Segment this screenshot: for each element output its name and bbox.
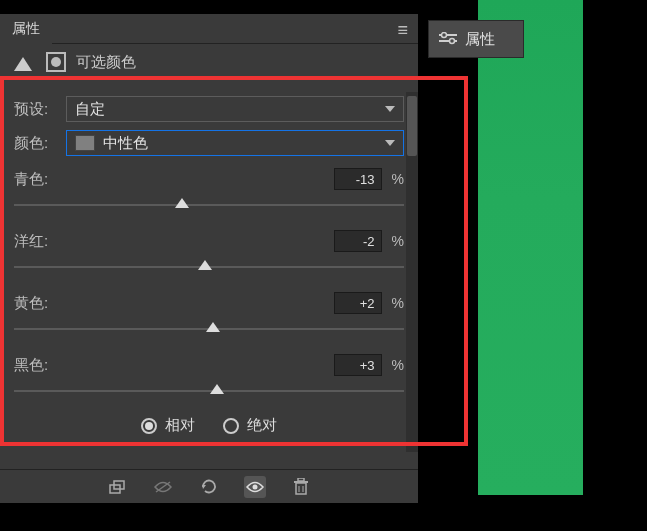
trash-icon[interactable] [290, 476, 312, 498]
slider-value-input[interactable] [334, 230, 382, 252]
view-previous-icon[interactable] [152, 476, 174, 498]
slider-unit: % [392, 357, 404, 373]
mode-radio-group: 相对 绝对 [14, 416, 404, 435]
slider-label: 黄色: [14, 294, 334, 313]
svg-point-8 [253, 484, 258, 489]
slider-0: 青色:% [14, 168, 404, 212]
mask-icon[interactable] [46, 52, 66, 72]
reset-icon[interactable] [198, 476, 220, 498]
svg-point-3 [450, 39, 455, 44]
svg-point-2 [442, 33, 447, 38]
slider-track[interactable] [14, 260, 404, 274]
svg-marker-7 [202, 485, 206, 489]
slider-value-input[interactable] [334, 292, 382, 314]
canvas-preview [478, 0, 647, 495]
radio-absolute[interactable]: 绝对 [223, 416, 277, 435]
colors-select[interactable]: 中性色 [66, 130, 404, 156]
chevron-down-icon [385, 106, 395, 112]
floating-tab-label: 属性 [465, 30, 495, 49]
svg-rect-11 [298, 478, 304, 481]
clip-to-layer-icon[interactable] [106, 476, 128, 498]
preset-label: 预设: [14, 100, 66, 119]
slider-thumb[interactable] [175, 198, 189, 208]
panel-footer [0, 469, 418, 503]
panel-body: 预设: 自定 颜色: 中性色 青色:%洋红:%黄色:%黑色:% 相对 绝对 [0, 80, 418, 435]
floating-tab-properties[interactable]: 属性 [428, 20, 524, 58]
panel-scrollbar[interactable] [406, 92, 418, 452]
slider-unit: % [392, 233, 404, 249]
colors-label: 颜色: [14, 134, 66, 153]
slider-2: 黄色:% [14, 292, 404, 336]
colors-value: 中性色 [103, 134, 148, 153]
colors-row: 颜色: 中性色 [14, 130, 404, 156]
selective-color-icon [14, 53, 36, 71]
slider-1: 洋红:% [14, 230, 404, 274]
chevron-down-icon [385, 140, 395, 146]
toggle-visibility-icon[interactable] [244, 476, 266, 498]
radio-relative-label: 相对 [165, 416, 195, 435]
slider-track[interactable] [14, 198, 404, 212]
slider-3: 黑色:% [14, 354, 404, 398]
properties-panel: 属性 ≡ 可选颜色 预设: 自定 颜色: 中性色 青色:%洋红:%黄色:%黑色:… [0, 14, 418, 503]
slider-thumb[interactable] [198, 260, 212, 270]
color-swatch [75, 135, 95, 151]
scroll-thumb[interactable] [407, 96, 417, 156]
slider-label: 洋红: [14, 232, 334, 251]
slider-thumb[interactable] [206, 322, 220, 332]
slider-value-input[interactable] [334, 354, 382, 376]
radio-relative[interactable]: 相对 [141, 416, 195, 435]
adjustment-header: 可选颜色 [0, 44, 418, 80]
slider-track[interactable] [14, 384, 404, 398]
slider-label: 黑色: [14, 356, 334, 375]
tab-properties[interactable]: 属性 [0, 14, 52, 44]
preset-row: 预设: 自定 [14, 96, 404, 122]
adjust-icon [439, 32, 457, 46]
radio-absolute-label: 绝对 [247, 416, 277, 435]
slider-unit: % [392, 171, 404, 187]
slider-label: 青色: [14, 170, 334, 189]
adjustment-title: 可选颜色 [76, 53, 136, 72]
panel-tabbar: 属性 ≡ [0, 14, 418, 44]
slider-thumb[interactable] [210, 384, 224, 394]
slider-track[interactable] [14, 322, 404, 336]
svg-rect-9 [296, 483, 306, 494]
slider-value-input[interactable] [334, 168, 382, 190]
slider-unit: % [392, 295, 404, 311]
preset-value: 自定 [75, 100, 105, 119]
preset-select[interactable]: 自定 [66, 96, 404, 122]
panel-menu-button[interactable]: ≡ [397, 20, 410, 41]
